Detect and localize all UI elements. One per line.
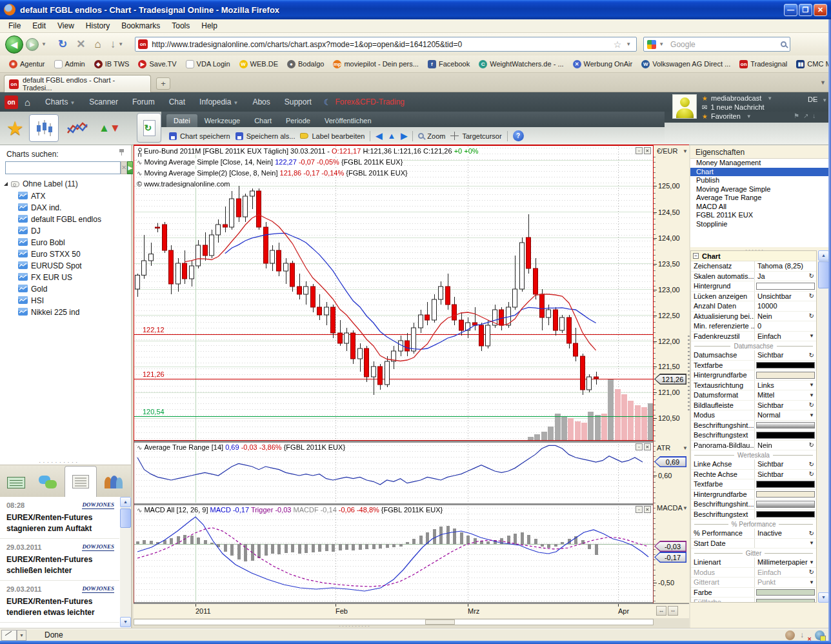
- nav-promo-link[interactable]: Forex&CFD-Trading: [332, 94, 407, 110]
- refresh-icon[interactable]: ↻: [809, 401, 814, 408]
- download-blocked-icon[interactable]: ↓: [800, 630, 810, 640]
- dropdown-icon[interactable]: ▼: [809, 540, 814, 546]
- bookmark-item[interactable]: WVolkswagen AG Direct ...: [637, 59, 734, 70]
- property-value[interactable]: Nein↻: [755, 441, 816, 450]
- bookmark-star-icon[interactable]: ☆: [614, 39, 622, 50]
- news-scrollbar[interactable]: ▲ ▼: [120, 497, 131, 627]
- refresh-page-button[interactable]: ↻: [137, 113, 161, 143]
- sidebar-item-euro-bobl[interactable]: Euro Bobl: [0, 237, 129, 248]
- property-row[interactable]: DatumsachseSichtbar↻: [691, 350, 816, 361]
- property-row[interactable]: Hintergrund: [691, 281, 816, 292]
- sidebar-item-fx-eur-us[interactable]: FX EUR US: [0, 272, 129, 283]
- property-value[interactable]: [755, 430, 816, 440]
- ribbon-tab-datei[interactable]: Datei: [166, 114, 197, 127]
- property-value[interactable]: [755, 588, 816, 598]
- property-row[interactable]: Panorama-Bildlau...Nein↻: [691, 441, 816, 451]
- property-value[interactable]: ▼: [755, 539, 816, 548]
- pane-close-icon[interactable]: ✕: [644, 506, 651, 513]
- search-engine-dropdown[interactable]: ▼: [659, 41, 664, 47]
- scroll-thumb[interactable]: [818, 261, 829, 288]
- menu-item-file[interactable]: File: [3, 19, 26, 32]
- ribbon-tab-werkzeuge[interactable]: Werkzeuge: [197, 114, 247, 127]
- property-row[interactable]: Lücken anzeigenUnsichtbar↻: [691, 292, 816, 302]
- bookmark-item[interactable]: mpmoviepilot - Dein pers...: [329, 59, 423, 70]
- bookmark-item[interactable]: ●Bodalgo: [283, 59, 328, 70]
- color-swatch[interactable]: [756, 511, 815, 518]
- user-menu[interactable]: ★mediabroadcast▼: [702, 94, 775, 102]
- axis-header[interactable]: €/EUR▼: [657, 147, 688, 155]
- property-value[interactable]: Nein↻: [755, 312, 816, 321]
- color-swatch[interactable]: [756, 422, 815, 429]
- property-row[interactable]: Min. referenzierte ...0: [691, 321, 816, 332]
- property-value[interactable]: 10000: [755, 301, 816, 311]
- property-list-item[interactable]: Average True Range: [690, 194, 831, 203]
- nav-item-charts[interactable]: Charts▼: [38, 94, 82, 110]
- sidebar-item-hsi[interactable]: HSI: [0, 295, 129, 307]
- ribbon-tab-veröffentlichen[interactable]: Veröffentlichen: [317, 114, 379, 127]
- property-row[interactable]: Beschriftungstext: [691, 430, 816, 441]
- sidebar-item-euro-stxx-50[interactable]: Euro STXX 50: [0, 248, 129, 260]
- tree-group[interactable]: Ohne Label (11): [4, 179, 78, 188]
- menu-item-bookmarks[interactable]: Bookmarks: [115, 19, 166, 32]
- tab-orders[interactable]: [0, 468, 32, 497]
- bookmark-item[interactable]: fFacebook: [424, 59, 474, 70]
- property-row[interactable]: DatumsformatMittel▼: [691, 390, 816, 401]
- property-row[interactable]: Textfarbe: [691, 361, 816, 371]
- network-icon[interactable]: [815, 630, 825, 640]
- property-row[interactable]: Textfarbe: [691, 479, 816, 490]
- property-list-item[interactable]: Money Management: [690, 159, 831, 168]
- properties-scrollbar[interactable]: ▲ ▼: [818, 250, 829, 603]
- property-value[interactable]: Sichtbar↻: [755, 401, 816, 410]
- property-list-item[interactable]: Stopplinie: [690, 220, 831, 229]
- download-button[interactable]: ↓: [110, 38, 116, 51]
- nav-item-forum[interactable]: Forum: [125, 94, 162, 110]
- color-swatch[interactable]: [756, 589, 815, 596]
- property-value[interactable]: Millimeterpapier▼: [755, 558, 816, 567]
- property-row[interactable]: GitterartPunkt▼: [691, 578, 816, 588]
- property-row[interactable]: Beschriftungshint...: [691, 499, 816, 510]
- home-icon[interactable]: ⌂: [25, 97, 30, 108]
- property-value[interactable]: Punkt▼: [755, 578, 816, 587]
- property-row[interactable]: Linke AchseSichtbar↻: [691, 459, 816, 470]
- watchlist-view-button[interactable]: ▲▼: [96, 114, 123, 142]
- news-item[interactable]: 29.03.2011DOWJONESEUREX/Renten-Futures t…: [0, 581, 119, 623]
- scanner-view-button[interactable]: [64, 114, 91, 142]
- property-value[interactable]: [755, 479, 816, 489]
- color-swatch[interactable]: [756, 432, 815, 439]
- sidebar-item-eurusd-spot[interactable]: EURUSD Spot: [0, 260, 129, 272]
- home-button[interactable]: ⌂: [94, 38, 101, 51]
- chart-scrollbar-thumb[interactable]: [425, 619, 455, 625]
- property-value[interactable]: Tahoma (8,25): [755, 261, 816, 271]
- bookmark-item[interactable]: VDA Login: [182, 59, 234, 70]
- user-avatar[interactable]: [672, 94, 697, 119]
- color-swatch[interactable]: [756, 501, 815, 508]
- maximize-button[interactable]: ❐: [799, 4, 812, 16]
- property-value[interactable]: Links▼: [755, 381, 816, 390]
- property-value[interactable]: Sichtbar↻: [755, 350, 816, 360]
- ribbon-button[interactable]: Chart speichern: [169, 132, 230, 140]
- property-value[interactable]: Ja↻: [755, 272, 816, 281]
- property-value[interactable]: Mittel▼: [755, 390, 816, 400]
- property-value[interactable]: Einfach↻: [755, 568, 816, 578]
- nav-item-abos[interactable]: Abos: [245, 94, 277, 110]
- property-row[interactable]: ModusNormal▼: [691, 410, 816, 421]
- refresh-icon[interactable]: ↻: [809, 312, 814, 319]
- menu-item-history[interactable]: History: [80, 19, 115, 32]
- property-row[interactable]: Rechte AchseSichtbar↻: [691, 470, 816, 480]
- property-value[interactable]: Inactive↻: [755, 528, 816, 538]
- stop-button[interactable]: ✕: [76, 37, 85, 51]
- refresh-icon[interactable]: ↻: [809, 272, 814, 279]
- property-row[interactable]: Anzahl Daten10000: [691, 301, 816, 312]
- main-chart-canvas[interactable]: [134, 145, 654, 603]
- menu-item-tools[interactable]: Tools: [166, 19, 195, 32]
- news-item[interactable]: 29.03.2011DOWJONESEUREX/Renten-Futures s…: [0, 539, 119, 581]
- menu-item-edit[interactable]: Edit: [26, 19, 52, 32]
- zoom-extents-icon[interactable]: ↔: [656, 606, 666, 616]
- pane-close-icon[interactable]: ✕: [644, 443, 651, 450]
- bookmark-item[interactable]: ✳Agentur: [5, 59, 49, 70]
- zoom-range-icon[interactable]: ⇔: [668, 606, 678, 616]
- tree-expand-icon[interactable]: [4, 182, 8, 186]
- refresh-icon[interactable]: ↻: [809, 530, 814, 537]
- chart-scroll-strip[interactable]: ··········: [134, 618, 689, 627]
- news-item[interactable]: 08:28DOWJONESEUREX/Renten-Futures stagni…: [0, 497, 119, 539]
